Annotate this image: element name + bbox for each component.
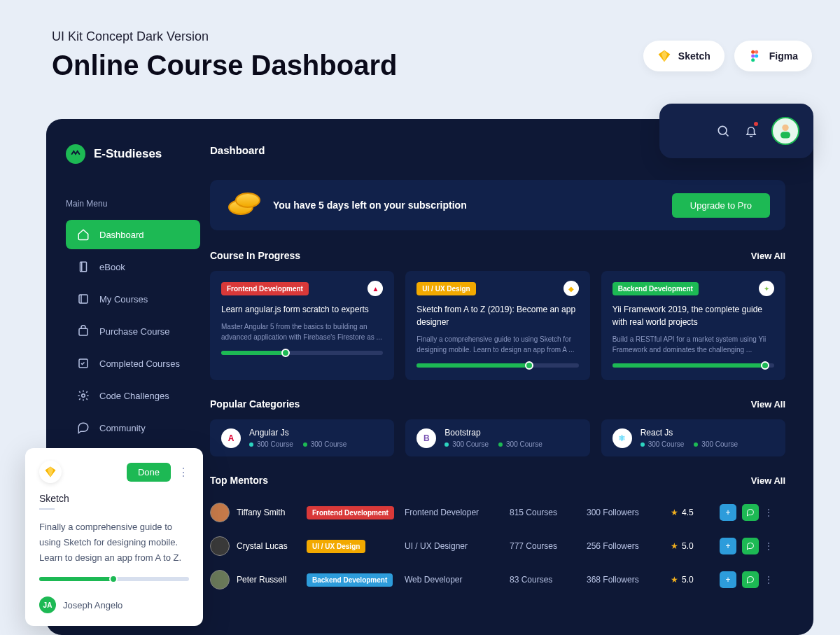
category-stat: 300 Course	[257, 440, 293, 448]
category-card[interactable]: B Bootstrap 300 Course 300 Course	[405, 419, 589, 456]
mentor-row: Peter Russell Backend Development Web De…	[210, 563, 785, 596]
nav-community[interactable]: Community	[66, 413, 200, 442]
mentor-followers: 300 Followers	[587, 508, 664, 517]
category-card[interactable]: A Angular Js 300 Course 300 Course	[210, 419, 394, 456]
mentors-view-all[interactable]: View All	[751, 475, 785, 486]
add-mentor-button[interactable]: +	[720, 538, 736, 554]
svg-rect-11	[80, 262, 87, 272]
svg-point-2	[751, 50, 755, 54]
cart-icon	[77, 325, 90, 337]
add-mentor-button[interactable]: +	[720, 504, 736, 521]
nav-label: Dashboard	[99, 230, 144, 240]
courses-view-all[interactable]: View All	[751, 251, 785, 261]
mentor-name: Crystal Lucas	[237, 541, 300, 551]
mentor-avatar[interactable]	[210, 536, 230, 556]
course-card[interactable]: UI / UX Design ◆ Sketch from A to Z (201…	[405, 271, 589, 380]
course-desc: Finally a comprehensive guide to using S…	[416, 334, 578, 355]
check-list-icon	[77, 357, 90, 370]
mentor-avatar[interactable]	[210, 503, 230, 522]
more-icon[interactable]: ⋮	[764, 575, 778, 585]
popover-title: Sketch	[39, 493, 189, 504]
bootstrap-icon: B	[416, 428, 436, 448]
category-stat: 300 Course	[701, 440, 738, 448]
react-icon: ⚛	[612, 428, 632, 448]
progress-bar[interactable]	[612, 363, 774, 368]
divider	[39, 508, 55, 510]
mentor-role: UI / UX Designer	[405, 541, 503, 551]
brand-logo	[66, 144, 85, 164]
mentor-followers: 368 Followers	[587, 575, 664, 585]
svg-line-8	[726, 134, 729, 137]
subscription-banner: You have 5 days left on your subscriptio…	[210, 180, 785, 230]
svg-rect-15	[79, 328, 88, 335]
sketch-icon: ◆	[564, 281, 579, 296]
mentors-heading: Top Mentors	[210, 475, 268, 486]
courses-icon	[77, 293, 90, 305]
course-title: Sketch from A to Z (2019): Become an app…	[416, 303, 578, 328]
star-icon: ★	[671, 575, 678, 585]
bell-icon[interactable]	[743, 123, 759, 139]
mentor-courses: 815 Courses	[510, 508, 580, 517]
categories-view-all[interactable]: View All	[751, 399, 785, 410]
progress-bar[interactable]	[416, 363, 578, 368]
upgrade-button[interactable]: Upgrade to Pro	[672, 193, 770, 218]
nav-dashboard[interactable]: Dashboard	[66, 220, 200, 249]
user-avatar[interactable]: JA	[39, 596, 56, 613]
nav-purchase[interactable]: Purchase Course	[66, 316, 200, 346]
svg-rect-13	[79, 295, 88, 303]
message-mentor-button[interactable]	[742, 538, 759, 554]
category-stat: 300 Course	[648, 440, 685, 448]
message-mentor-button[interactable]	[742, 571, 759, 588]
angular-icon: ▲	[368, 281, 383, 296]
sketch-label: Sketch	[678, 50, 710, 62]
more-icon[interactable]: ⋮	[178, 466, 189, 479]
course-card[interactable]: Backend Development ✦ Yii Framework 2019…	[601, 271, 785, 380]
svg-rect-10	[780, 132, 790, 138]
add-mentor-button[interactable]: +	[720, 571, 736, 588]
svg-point-7	[718, 126, 727, 134]
mentor-name: Tiffany Smith	[237, 508, 300, 517]
nav-challenges[interactable]: Code Challenges	[66, 381, 200, 410]
figma-label: Figma	[769, 50, 798, 62]
course-tag: Frontend Development	[221, 282, 309, 295]
figma-badge[interactable]: Figma	[734, 41, 812, 71]
search-icon[interactable]	[715, 123, 731, 139]
mentor-role: Frontend Developer	[405, 508, 503, 517]
mentor-tag: Backend Development	[307, 573, 393, 587]
more-icon[interactable]: ⋮	[764, 508, 778, 517]
categories-heading: Popular Categories	[210, 398, 300, 410]
banner-text: You have 5 days left on your subscriptio…	[273, 200, 658, 211]
figma-icon	[748, 49, 762, 63]
avatar[interactable]	[771, 117, 799, 145]
popover-desc: Finally a comprehensive guide to using S…	[39, 519, 189, 566]
angular-icon: A	[221, 428, 241, 448]
sketch-icon	[39, 461, 62, 483]
nav-mycourses[interactable]: My Courses	[66, 284, 200, 314]
nav-ebook[interactable]: eBook	[66, 252, 200, 281]
mentor-rating: 5.0	[682, 575, 694, 585]
mentor-rating: 5.0	[682, 541, 694, 551]
yii-icon: ✦	[759, 281, 774, 296]
nav-label: eBook	[99, 262, 125, 272]
message-mentor-button[interactable]	[742, 504, 759, 521]
done-button[interactable]: Done	[127, 463, 171, 482]
category-card[interactable]: ⚛ React Js 300 Course 300 Course	[601, 419, 785, 456]
category-name: Bootstrap	[444, 428, 542, 438]
progress-bar[interactable]	[221, 351, 383, 355]
coins-icon	[225, 191, 259, 219]
course-card[interactable]: Frontend Development ▲ Learn angular.js …	[210, 271, 394, 380]
page-subtitle: UI Kit Concept Dark Version	[52, 29, 397, 44]
category-stat: 300 Course	[452, 440, 489, 448]
nav-label: Community	[99, 423, 146, 433]
progress-bar[interactable]	[39, 577, 189, 581]
nav-completed[interactable]: Completed Courses	[66, 349, 200, 378]
mentor-avatar[interactable]	[210, 570, 230, 589]
nav-label: Completed Courses	[99, 358, 180, 369]
sketch-badge[interactable]: Sketch	[643, 41, 724, 71]
course-desc: Master Angular 5 from the basics to buil…	[221, 321, 383, 342]
nav-label: My Courses	[99, 294, 148, 305]
category-name: Angular Js	[249, 428, 346, 438]
more-icon[interactable]: ⋮	[764, 541, 778, 551]
page-title: Online Course Dashboard	[52, 50, 397, 81]
mentor-followers: 256 Followers	[587, 541, 664, 551]
